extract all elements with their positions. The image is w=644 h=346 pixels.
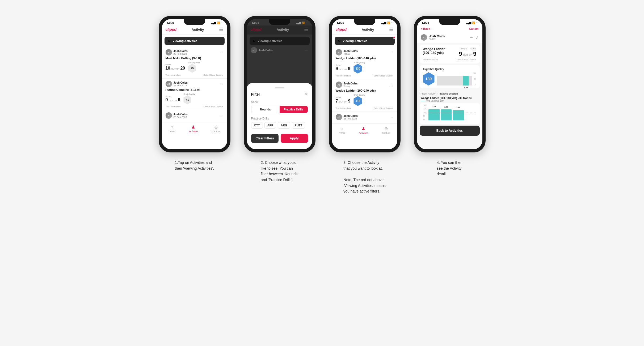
- top-nav-3: clippd Activity ☰: [332, 25, 397, 35]
- nav-home-3[interactable]: ⌂ Home: [339, 126, 345, 134]
- toggle-practice-drills-2[interactable]: Practice Drills: [280, 106, 308, 113]
- filter-header-2: Filter ✕: [251, 92, 308, 97]
- phone-3-screen: 13:20 ▂▄▆ 🛜 ▪▪ clippd Activity ☰ ⚙ Vi: [332, 19, 397, 149]
- capture-icon-1: ⊕: [214, 125, 218, 130]
- user-info-3-1: JC Josh Coles Today: [336, 49, 358, 55]
- test-info-label-4: Test Information: [423, 58, 438, 61]
- activity-header-1-2: JC Josh Coles 28 Feb 2023 ···: [166, 81, 224, 87]
- three-dots-1-1[interactable]: ···: [220, 50, 224, 54]
- wifi-icon-3: 🛜: [387, 22, 390, 24]
- user-date-3-2: Today: [344, 85, 358, 88]
- clear-filters-btn-2[interactable]: Clear Filters: [251, 134, 279, 143]
- outof-3-2: OUT OF: [339, 101, 347, 103]
- test-info-3-1: Test Information: [336, 75, 351, 77]
- y-label-100: 100: [473, 72, 477, 74]
- score-val-1-2: 0: [166, 97, 168, 102]
- viewing-activities-bar-1[interactable]: ⚙ Viewing Activities: [165, 37, 225, 45]
- phone-1-screen: 13:20 ▂▄▆ 🛜 ▪▪ clippd Activity ☰ ⚙ Vi: [162, 19, 227, 149]
- nav-capture-3[interactable]: ⊕ Capture: [382, 126, 390, 134]
- activity-item-3-1[interactable]: JC Josh Coles Today ··· Wedge Ladder (10…: [332, 47, 397, 79]
- activity-header-1-1: JC Josh Coles 28 Feb 2023 ···: [166, 49, 224, 55]
- drag-handle-2: [275, 87, 284, 88]
- activity-item-3-3[interactable]: JC Josh Coles 28 Feb 2023 ···: [332, 112, 397, 124]
- home-label-3: Home: [339, 131, 345, 134]
- avg-sq-label-4: Avg Shot Quality: [423, 68, 477, 71]
- activity-item-1-1[interactable]: JC Josh Coles 28 Feb 2023 ··· Must Make …: [162, 47, 227, 79]
- filter-toggle-row-2: Rounds Practice Drills: [251, 106, 308, 113]
- viewing-activities-bar-3[interactable]: ⚙ Viewing Activities: [335, 37, 395, 45]
- user-name-3-1: Josh Coles: [344, 50, 358, 53]
- back-btn-4[interactable]: < Back: [421, 27, 430, 30]
- three-dots-1-3[interactable]: ···: [220, 113, 224, 118]
- chip-ott-2[interactable]: OTT: [251, 122, 263, 129]
- y-label-0: 0: [475, 84, 477, 86]
- bottom-nav-1: ⌂ Home ♟ Activities ⊕ Capture: [162, 122, 227, 134]
- three-dots-3-3[interactable]: ···: [390, 115, 394, 119]
- bar-label-2-4: 129: [444, 106, 448, 108]
- capture-label-3: Capture: [382, 132, 390, 134]
- user-name-1-3: Josh Coles: [174, 113, 188, 116]
- activity-item-3-2[interactable]: JC Josh Coles Today ··· Wedge Ladder (10…: [332, 79, 397, 112]
- chart-bars-container-4: 132 129 124: [428, 104, 476, 120]
- edit-icon-4[interactable]: ✏: [470, 35, 473, 40]
- mini-chart-4: 100 50 0 APP: [437, 72, 477, 86]
- data-info-1-2: Test Information Data: Clippd Capture: [166, 105, 224, 108]
- activity-item-1-2[interactable]: JC Josh Coles 28 Feb 2023 ··· Putting Co…: [162, 79, 227, 110]
- expand-icon-4[interactable]: ⤢: [475, 35, 479, 40]
- bar-chart-card-4: 140 120 100 80 60 132: [420, 103, 480, 124]
- filter-overlay-2: Filter ✕ Show Rounds Practice Drills Pra…: [247, 19, 312, 149]
- filter-show-label-2: Show: [251, 100, 308, 104]
- chip-arg-2[interactable]: ARG: [278, 122, 290, 129]
- sq-group-1-2: Shot Quality 45: [183, 93, 195, 104]
- signal-icon-3: ▂▄▆: [381, 22, 386, 24]
- stats-row-1-1: Score 10 OUT OF 20 Shot Quality 75: [166, 61, 224, 73]
- user-info-3-3: JC Josh Coles 28 Feb 2023: [336, 114, 358, 120]
- status-time-1: 13:20: [167, 21, 174, 24]
- user-date-1-3: 28 Feb 2023: [174, 116, 188, 118]
- menu-icon-1[interactable]: ☰: [219, 27, 223, 32]
- test-info-3-2: Test Information: [336, 107, 351, 109]
- score-inline-1-1: 10 OUT OF 20: [166, 66, 185, 71]
- stats-row-3-2: Score 7 OUT OF 9 Shot Quality 118: [336, 94, 394, 106]
- three-dots-1-2[interactable]: ···: [220, 82, 224, 86]
- nav-home-1[interactable]: ⌂ Home: [169, 125, 175, 133]
- nav-capture-1[interactable]: ⊕ Capture: [212, 125, 220, 133]
- three-dots-3-2[interactable]: ···: [390, 83, 394, 87]
- session-type-4: Practice Session: [439, 92, 458, 95]
- phone-4-wrapper: 13:21 ▂▄▆ 🛜 ▪▪ < Back Cancel JC Jo: [414, 16, 486, 152]
- battery-icon-1: ▪▪: [221, 22, 222, 24]
- chip-putt-2[interactable]: PUTT: [292, 122, 305, 129]
- top-nav-1: clippd Activity ☰: [162, 25, 227, 35]
- filter-close-btn-2[interactable]: ✕: [305, 92, 308, 97]
- data-info-3-2: Test Information Data: Clippd Capture: [336, 107, 394, 109]
- outof-3-1: OUT OF: [339, 68, 347, 71]
- activity-item-1-3[interactable]: JC Josh Coles 28 Feb 2023 ···: [162, 110, 227, 122]
- apply-btn-2[interactable]: Apply: [281, 134, 308, 143]
- sq-badge-1-1: 75: [188, 64, 196, 73]
- session-section-4: Player Activity ▸ Practice Session: [417, 90, 482, 96]
- user-name-date-1-2: Josh Coles 28 Feb 2023: [174, 81, 188, 87]
- toggle-rounds-2[interactable]: Rounds: [251, 106, 280, 113]
- three-dots-3-1[interactable]: ···: [390, 50, 394, 54]
- nav-activities-1[interactable]: ♟ Activities: [189, 125, 198, 133]
- avatar-1-2: JC: [166, 81, 172, 87]
- filter-icon-1: ⚙: [168, 39, 171, 43]
- phone-4-shell: 13:21 ▂▄▆ 🛜 ▪▪ < Back Cancel JC Jo: [414, 16, 486, 152]
- avg-sq-hex-4: 130: [423, 72, 435, 86]
- activities-label-1: Activities: [189, 130, 198, 133]
- chip-app-2[interactable]: APP: [264, 122, 276, 129]
- activity-header-3-1: JC Josh Coles Today ···: [336, 49, 394, 55]
- user-name-date-3-1: Josh Coles Today: [344, 50, 358, 55]
- nav-activities-3[interactable]: ♟ Activities: [359, 126, 368, 134]
- score-group-1-2: Score 0 OUT OF 9: [166, 95, 180, 102]
- back-to-activities-btn-4[interactable]: Back to Activities: [420, 126, 480, 136]
- shots-val-1-1: 20: [180, 66, 185, 71]
- sq-badge-1-2: 45: [183, 95, 191, 104]
- menu-icon-3[interactable]: ☰: [389, 27, 393, 32]
- cancel-btn-4[interactable]: Cancel: [469, 27, 478, 30]
- user-name-3-3: Josh Coles: [344, 114, 358, 117]
- sq-group-3-2: Shot Quality 118: [353, 94, 365, 106]
- dashed-line-4: [428, 113, 476, 113]
- user-info-1-1: JC Josh Coles 28 Feb 2023: [166, 49, 188, 55]
- detail-top-nav-4: < Back Cancel: [417, 25, 482, 32]
